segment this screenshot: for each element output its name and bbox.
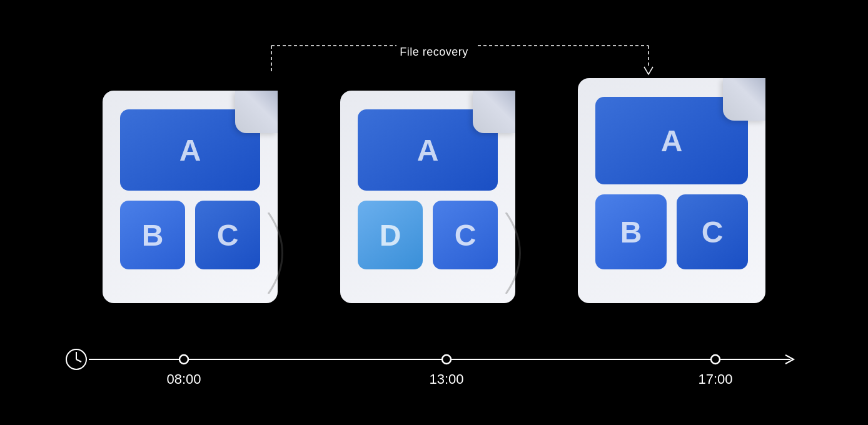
svg-point-8	[179, 355, 188, 364]
document-2: A D C	[340, 91, 515, 303]
document-1: A B C	[103, 91, 278, 303]
doc-row-top-2: A	[358, 109, 498, 191]
tile-C-2: C	[433, 201, 498, 269]
tile-A-1: A	[120, 109, 260, 191]
doc-row-top-3: A	[595, 97, 748, 184]
tile-B-1: B	[120, 201, 185, 269]
tile-A-3: A	[595, 97, 748, 184]
tile-C-3: C	[677, 194, 748, 269]
time-label-1300: 13:00	[429, 371, 463, 388]
time-label-1700: 17:00	[698, 371, 732, 388]
file-recovery-label: File recovery	[400, 46, 468, 59]
doc-card-1: A B C	[103, 91, 278, 303]
svg-line-6	[76, 359, 81, 362]
doc-card-3: A B C	[578, 78, 765, 303]
doc-card-2: A D C	[340, 91, 515, 303]
svg-point-10	[711, 355, 720, 364]
doc-tail-2	[503, 212, 537, 294]
doc-row-bottom-3: B C	[595, 194, 748, 269]
tile-D-2: D	[358, 201, 423, 269]
doc-row-top-1: A	[120, 109, 260, 191]
doc-row-bottom-1: B C	[120, 201, 260, 269]
timeline-container: 08:00 13:00 17:00	[59, 334, 809, 384]
doc-tail-1	[265, 212, 300, 294]
document-3: A B C	[578, 78, 765, 303]
time-label-0800: 08:00	[166, 371, 201, 388]
docs-row: A B C A D C	[103, 78, 765, 303]
tile-B-3: B	[595, 194, 667, 269]
main-container: File recovery A B C A	[0, 41, 868, 384]
label-area: File recovery	[153, 41, 715, 78]
doc-row-bottom-2: D C	[358, 201, 498, 269]
svg-point-9	[442, 355, 451, 364]
tile-A-2: A	[358, 109, 498, 191]
tile-C-1: C	[195, 201, 260, 269]
